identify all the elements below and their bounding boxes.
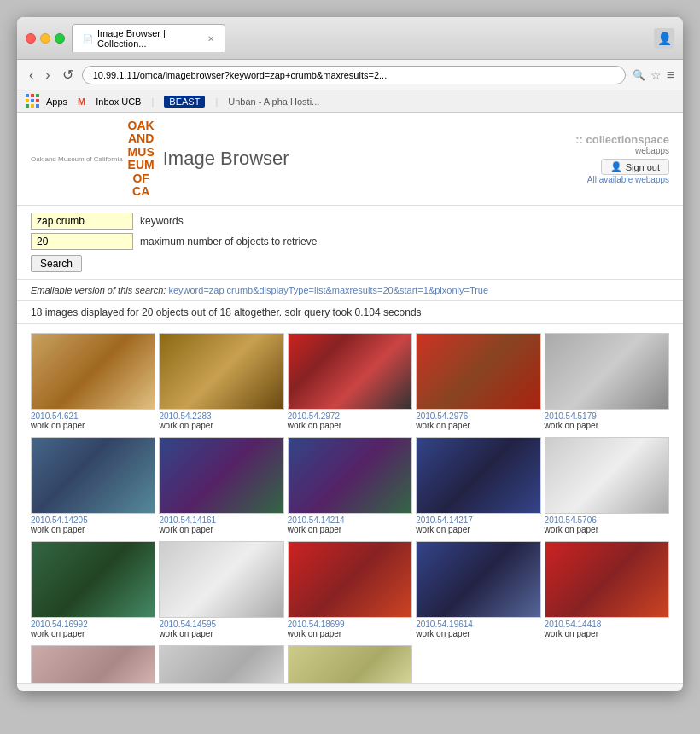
search-button[interactable]: Search — [31, 255, 82, 272]
back-button[interactable]: ‹ — [26, 66, 37, 84]
user-icon: 👤 — [610, 161, 622, 172]
image-thumbnail[interactable] — [31, 541, 155, 618]
apps-grid-icon — [26, 94, 40, 108]
artwork-preview — [289, 438, 411, 513]
logo-area: Oakland Museum of California OAKANDMUSEU… — [31, 119, 289, 198]
maxresults-input[interactable] — [31, 233, 133, 250]
image-item: 2010.54.19774work on paper — [288, 645, 412, 683]
image-thumbnail[interactable] — [159, 437, 283, 514]
bookmark-star-icon[interactable]: ☆ — [650, 68, 662, 82]
keyword-label: keywords — [140, 215, 184, 227]
item-type: work on paper — [288, 629, 341, 638]
cs-logo-area: :: collectionspace webapps 👤 Sign out Al… — [575, 133, 669, 184]
image-thumbnail[interactable] — [159, 645, 283, 683]
artwork-preview — [32, 542, 155, 617]
menu-icon[interactable]: ≡ — [667, 67, 674, 83]
maxresults-label: maximum number of objects to retrieve — [140, 236, 317, 248]
image-thumbnail[interactable] — [416, 333, 540, 410]
item-id[interactable]: 2010.54.2972 — [288, 411, 340, 421]
image-item: 2010.54.19614work on paper — [416, 541, 540, 638]
artwork-preview — [32, 334, 155, 409]
page-footer — [17, 683, 683, 691]
image-item: 2010.54.2972work on paper — [288, 333, 412, 430]
reload-button[interactable]: ↺ — [59, 65, 77, 84]
beast-bookmark[interactable]: BEAST — [164, 96, 205, 108]
omca-logo: OAKANDMUSEUMOFCA — [128, 119, 155, 198]
tab-title: Image Browser | Collection... — [97, 28, 200, 49]
artwork-preview — [160, 542, 283, 617]
close-button[interactable] — [26, 33, 36, 44]
item-id[interactable]: 2010.54.16992 — [31, 620, 88, 629]
image-thumbnail[interactable] — [416, 437, 540, 514]
all-webapps-link[interactable]: All available webapps — [587, 175, 669, 184]
item-type: work on paper — [31, 525, 85, 534]
image-thumbnail[interactable] — [288, 645, 412, 683]
item-id[interactable]: 2010.54.5179 — [545, 411, 597, 421]
image-thumbnail[interactable] — [31, 333, 155, 410]
item-type: work on paper — [416, 421, 470, 430]
item-id[interactable]: 2010.54.14161 — [159, 516, 216, 525]
item-type: work on paper — [288, 525, 341, 534]
image-thumbnail[interactable] — [545, 541, 669, 618]
item-id[interactable]: 2010.54.14418 — [545, 620, 602, 629]
item-type: work on paper — [159, 629, 213, 638]
item-id[interactable]: 2010.54.14205 — [31, 516, 88, 525]
user-profile-icon[interactable]: 👤 — [654, 28, 674, 49]
gmail-icon: M — [78, 96, 85, 107]
search-icon: 🔍 — [633, 69, 645, 81]
item-id[interactable]: 2010.54.18699 — [288, 620, 345, 629]
email-link[interactable]: keyword=zap crumb&displayType=list&maxre… — [168, 285, 488, 295]
image-item: H73.63.156brush — [159, 645, 283, 683]
tab-close-button[interactable]: ✕ — [207, 34, 214, 44]
maximize-button[interactable] — [55, 33, 65, 44]
image-thumbnail[interactable] — [545, 437, 669, 514]
image-item: 2010.54.14161work on paper — [159, 437, 283, 534]
artwork-preview — [160, 334, 283, 409]
image-thumbnail[interactable] — [416, 541, 540, 618]
artwork-preview — [289, 542, 411, 617]
item-id[interactable]: 2010.54.2976 — [416, 411, 468, 421]
item-id[interactable]: 2010.54.2283 — [159, 411, 211, 421]
minimize-button[interactable] — [40, 33, 50, 44]
image-thumbnail[interactable] — [288, 541, 412, 618]
image-thumbnail[interactable] — [288, 333, 412, 410]
item-id[interactable]: 2010.54.14214 — [288, 516, 345, 525]
item-id[interactable]: 2010.54.19614 — [416, 620, 473, 629]
forward-button[interactable]: › — [42, 66, 53, 84]
image-thumbnail[interactable] — [159, 541, 283, 618]
bookmark-separator-2: | — [215, 96, 218, 107]
item-type: work on paper — [416, 525, 470, 534]
sign-out-label: Sign out — [626, 162, 660, 172]
image-item: 2010.54.14205work on paper — [31, 437, 155, 534]
image-thumbnail[interactable] — [545, 333, 669, 410]
institution-name: Oakland Museum of California — [31, 155, 123, 163]
inbox-bookmark[interactable]: Inbox UCB — [96, 96, 141, 107]
image-item: 2010.54.14214work on paper — [288, 437, 412, 534]
artwork-preview — [32, 438, 155, 513]
keyword-row: keywords — [31, 213, 669, 230]
sign-out-button[interactable]: 👤 Sign out — [601, 159, 669, 175]
apps-label: Apps — [46, 96, 67, 107]
item-id[interactable]: 2010.54.14217 — [416, 516, 473, 525]
image-item: 2010.54.2976work on paper — [416, 333, 540, 430]
active-tab[interactable]: 📄 Image Browser | Collection... ✕ — [72, 24, 225, 52]
item-id[interactable]: 2010.54.5706 — [545, 516, 597, 525]
image-thumbnail[interactable] — [31, 645, 155, 683]
image-thumbnail[interactable] — [159, 333, 283, 410]
image-thumbnail[interactable] — [31, 437, 155, 514]
search-form: keywords maximum number of objects to re… — [17, 206, 683, 280]
artwork-preview — [545, 334, 668, 409]
artwork-preview — [417, 334, 540, 409]
page-content: Oakland Museum of California OAKANDMUSEU… — [17, 113, 683, 683]
apps-bookmark[interactable]: Apps — [26, 94, 67, 108]
keyword-input[interactable] — [31, 213, 133, 230]
item-id[interactable]: 2010.54.14595 — [159, 620, 216, 629]
unban-bookmark[interactable]: Unban - Alpha Hosti... — [228, 96, 319, 107]
tab-bar: 📄 Image Browser | Collection... ✕ — [72, 24, 647, 52]
item-id[interactable]: 2010.54.621 — [31, 411, 79, 421]
image-item: H94.82.380design illustration — [31, 645, 155, 683]
image-thumbnail[interactable] — [288, 437, 412, 514]
url-bar[interactable] — [82, 66, 626, 84]
collectionspace-logo: :: collectionspace — [575, 133, 669, 146]
browser-window: 📄 Image Browser | Collection... ✕ 👤 ‹ › … — [17, 17, 683, 691]
